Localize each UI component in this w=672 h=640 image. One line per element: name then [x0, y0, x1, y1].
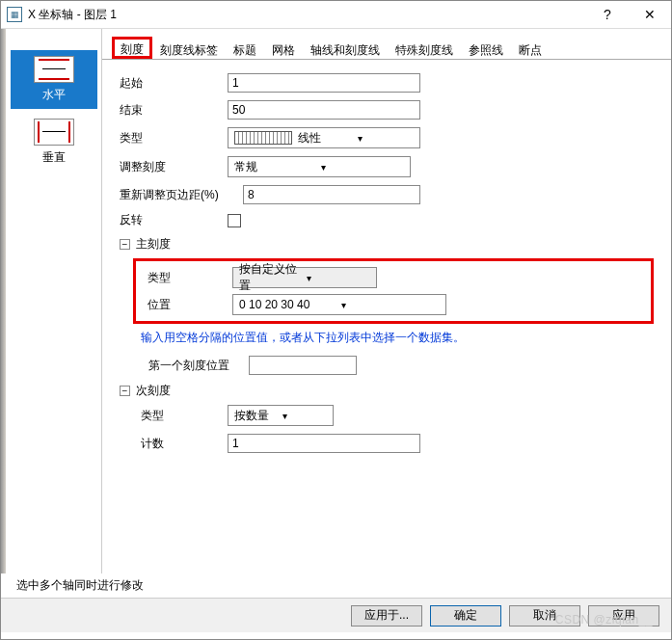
margin-input[interactable]	[243, 185, 420, 204]
info-hint: 输入用空格分隔的位置值，或者从下拉列表中选择一个数据集。	[141, 330, 654, 346]
major-type-label: 类型	[140, 270, 232, 286]
type-label: 类型	[120, 130, 228, 147]
rescale-select[interactable]: 常规 ▾	[228, 156, 411, 177]
first-tick-label: 第一个刻度位置	[120, 358, 249, 374]
collapse-icon: −	[120, 239, 130, 250]
tab-grids[interactable]: 网格	[264, 39, 303, 59]
tab-special-ticks[interactable]: 特殊刻度线	[388, 39, 461, 59]
margin-label: 重新调整页边距(%)	[120, 187, 243, 203]
content-area: 起始 结束 类型 线性 ▾ 调整刻度	[102, 60, 671, 573]
dialog-window: ▦ X 坐标轴 - 图层 1 ? ✕ 水平 垂直 刻度 刻度线标签 标题 网格 …	[0, 0, 672, 640]
major-ticks-group[interactable]: − 主刻度	[120, 236, 654, 253]
close-button[interactable]: ✕	[629, 1, 671, 29]
rescale-value: 常规	[234, 159, 317, 175]
axis-sidebar: 水平 垂直	[6, 29, 102, 573]
end-input[interactable]	[228, 100, 420, 120]
highlight-region: 类型 按自定义位置 ▾ 位置 0 10 20 30 40 ▾	[133, 258, 654, 324]
apply-to-button[interactable]: 应用于...	[351, 605, 422, 627]
linear-type-icon	[234, 131, 292, 145]
major-pos-value: 0 10 20 30 40	[239, 298, 337, 311]
minor-count-label: 计数	[120, 436, 228, 452]
end-label: 结束	[120, 102, 228, 119]
vertical-axis-icon	[34, 119, 74, 146]
help-button[interactable]: ?	[586, 1, 629, 29]
minor-group-label: 次刻度	[136, 383, 171, 399]
tab-line-ticks[interactable]: 轴线和刻度线	[303, 39, 388, 59]
minor-count-input[interactable]	[228, 434, 420, 453]
major-pos-label: 位置	[140, 297, 232, 313]
chevron-down-icon: ▾	[317, 162, 408, 173]
tab-breaks[interactable]: 断点	[511, 39, 550, 59]
tab-bar: 刻度 刻度线标签 标题 网格 轴线和刻度线 特殊刻度线 参照线 断点	[102, 29, 671, 60]
sidebar-item-vertical[interactable]: 垂直	[11, 113, 97, 172]
button-bar: 应用于... 确定 取消 应用	[1, 598, 671, 632]
minor-type-label: 类型	[120, 408, 228, 424]
chevron-down-icon: ▾	[337, 300, 444, 310]
chevron-down-icon: ▾	[354, 133, 417, 144]
ok-button[interactable]: 确定	[430, 605, 501, 627]
horizontal-axis-icon	[34, 56, 74, 83]
tab-scale[interactable]: 刻度	[112, 37, 152, 59]
tab-reference-lines[interactable]: 参照线	[461, 39, 511, 59]
main-panel: 刻度 刻度线标签 标题 网格 轴线和刻度线 特殊刻度线 参照线 断点 起始 结束	[102, 29, 671, 573]
collapse-icon: −	[120, 386, 130, 396]
minor-ticks-group[interactable]: − 次刻度	[120, 383, 654, 399]
major-group-label: 主刻度	[136, 236, 171, 253]
window-title: X 坐标轴 - 图层 1	[28, 7, 586, 23]
major-type-value: 按自定义位置	[239, 261, 303, 294]
tab-tick-labels[interactable]: 刻度线标签	[152, 39, 226, 59]
titlebar: ▦ X 坐标轴 - 图层 1 ? ✕	[1, 1, 671, 29]
first-tick-input[interactable]	[249, 356, 357, 375]
cancel-button[interactable]: 取消	[509, 605, 580, 627]
type-select[interactable]: 线性 ▾	[228, 127, 420, 148]
sidebar-item-label: 水平	[11, 87, 97, 103]
dialog-body: 水平 垂直 刻度 刻度线标签 标题 网格 轴线和刻度线 特殊刻度线 参照线 断点…	[1, 29, 671, 573]
major-pos-select[interactable]: 0 10 20 30 40 ▾	[232, 294, 446, 315]
rescale-label: 调整刻度	[120, 159, 228, 175]
major-type-select[interactable]: 按自定义位置 ▾	[232, 267, 377, 288]
reverse-checkbox[interactable]	[228, 214, 241, 227]
reverse-label: 反转	[120, 212, 228, 228]
apply-button[interactable]: 应用	[588, 605, 659, 627]
minor-type-select[interactable]: 按数量 ▾	[228, 405, 334, 426]
tab-title[interactable]: 标题	[226, 39, 264, 59]
footer-note: 选中多个轴同时进行修改	[1, 573, 671, 598]
minor-type-value: 按数量	[234, 408, 279, 424]
start-input[interactable]	[228, 73, 420, 93]
app-icon: ▦	[7, 7, 22, 22]
sidebar-item-label: 垂直	[11, 149, 97, 166]
chevron-down-icon: ▾	[279, 411, 331, 421]
type-value: 线性	[298, 130, 354, 147]
start-label: 起始	[120, 75, 228, 92]
sidebar-item-horizontal[interactable]: 水平	[11, 50, 97, 109]
chevron-down-icon: ▾	[303, 273, 374, 283]
